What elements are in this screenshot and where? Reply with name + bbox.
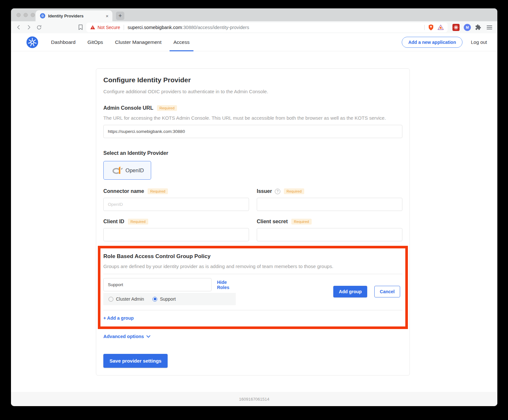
url-host: superci.somebigbank.com <box>128 25 182 30</box>
browser-window: Identity Providers × + Not Secure superc… <box>11 8 497 406</box>
divider <box>103 310 402 310</box>
bat-rewards-icon[interactable] <box>438 25 444 30</box>
close-window-button[interactable] <box>16 13 21 17</box>
nav-item-gitops[interactable]: GitOps <box>88 33 103 51</box>
radio-icon <box>109 297 113 302</box>
client-id-field: Client ID Required <box>103 219 249 241</box>
browser-menu-icon[interactable] <box>487 25 492 29</box>
chevron-down-icon <box>146 335 150 338</box>
advanced-options-label: Advanced options <box>103 334 144 339</box>
group-editor-row: Hide Roles Cluster Admin Support <box>103 278 402 305</box>
new-tab-button[interactable]: + <box>116 12 124 20</box>
page-subtitle: Configure additional ODIC providers to a… <box>103 89 402 94</box>
openid-provider-tile[interactable]: OpenID <box>103 161 151 180</box>
page-content: Configure Identity Provider Configure ad… <box>11 51 497 392</box>
nav-item-access[interactable]: Access <box>173 33 190 51</box>
reload-icon[interactable] <box>36 25 42 30</box>
client-secret-label: Client secret <box>257 219 288 225</box>
logout-button[interactable]: Log out <box>471 39 487 45</box>
rbac-section-subtitle: Groups are defined by your identity prov… <box>103 264 402 269</box>
radio-label: Cluster Admin <box>116 296 144 302</box>
client-secret-field: Client secret Required <box>257 219 402 241</box>
brave-shield-icon[interactable] <box>428 24 434 31</box>
page-title: Configure Identity Provider <box>103 76 402 84</box>
configure-identity-provider-card: Configure Identity Provider Configure ad… <box>96 68 410 375</box>
browser-tab[interactable]: Identity Providers × <box>36 10 112 21</box>
required-badge: Required <box>128 219 148 225</box>
url-path: :30880/access/identity-providers <box>182 25 249 30</box>
cancel-button[interactable]: Cancel <box>374 286 400 297</box>
openid-logo-icon <box>111 165 124 175</box>
divider <box>424 25 425 30</box>
divider <box>124 25 124 30</box>
issuer-label: Issuer <box>257 188 272 194</box>
required-badge: Required <box>148 188 168 194</box>
browser-tab-bar: Identity Providers × + <box>11 8 497 21</box>
group-name-input[interactable] <box>103 278 212 291</box>
address-bar[interactable]: Not Secure superci.somebigbank.com:30880… <box>86 23 448 32</box>
admin-console-url-label: Admin Console URL <box>103 105 153 111</box>
extension-red-icon[interactable] <box>452 24 460 31</box>
rbac-section-title: Role Based Access Control Group Policy <box>103 253 402 260</box>
nav-item-dashboard[interactable]: Dashboard <box>51 33 76 51</box>
connector-name-input[interactable] <box>103 198 249 211</box>
hide-roles-link[interactable]: Hide Roles <box>217 280 236 290</box>
divider <box>103 274 402 274</box>
footer-timestamp: 1609167061514 <box>239 397 269 402</box>
save-provider-settings-button[interactable]: Save provider settings <box>103 354 168 368</box>
required-badge: Required <box>284 188 304 194</box>
nav-item-cluster-management[interactable]: Cluster Management <box>115 33 161 51</box>
connector-name-label: Connector name <box>103 188 144 194</box>
rbac-annotation-highlight: Role Based Access Control Group Policy G… <box>98 246 408 329</box>
page-footer: 1609167061514 <box>11 392 497 406</box>
bookmark-icon[interactable] <box>78 24 83 30</box>
forward-icon[interactable] <box>26 24 32 30</box>
tab-title: Identity Providers <box>48 14 102 18</box>
connector-name-field: Connector name Required <box>103 188 249 211</box>
browser-toolbar: Not Secure superci.somebigbank.com:30880… <box>11 21 497 33</box>
close-tab-icon[interactable]: × <box>105 13 109 19</box>
extensions-puzzle-icon[interactable] <box>475 24 481 30</box>
nav-right: Add a new application Log out <box>402 37 487 48</box>
required-badge: Required <box>157 105 177 111</box>
client-id-input[interactable] <box>103 228 249 241</box>
app-nav-bar: Dashboard GitOps Cluster Management Acce… <box>11 33 497 51</box>
radio-icon <box>152 297 157 302</box>
client-secret-input[interactable] <box>257 228 402 241</box>
window-controls <box>16 13 35 17</box>
issuer-field: Issuer ? Required <box>257 188 402 211</box>
required-badge: Required <box>291 219 312 225</box>
kubernetes-favicon-icon <box>40 13 45 18</box>
add-group-button[interactable]: Add group <box>333 286 367 297</box>
advanced-options-toggle[interactable]: Advanced options <box>103 334 402 339</box>
radio-label: Support <box>160 296 176 302</box>
help-icon[interactable]: ? <box>275 189 280 194</box>
url-text: superci.somebigbank.com:30880/access/ide… <box>128 25 421 30</box>
add-new-application-button[interactable]: Add a new application <box>402 37 462 48</box>
issuer-input[interactable] <box>257 198 402 211</box>
radio-support[interactable]: Support <box>152 296 176 302</box>
nav-items: Dashboard GitOps Cluster Management Acce… <box>51 33 190 51</box>
select-identity-provider-label: Select an Identity Provider <box>103 150 402 156</box>
warning-triangle-icon <box>90 25 95 30</box>
minimize-window-button[interactable] <box>24 13 28 17</box>
profile-avatar[interactable]: M <box>464 24 471 31</box>
radio-cluster-admin[interactable]: Cluster Admin <box>109 296 144 302</box>
kubernetes-logo-icon <box>26 36 38 48</box>
maximize-window-button[interactable] <box>31 13 35 17</box>
extension-icons: M <box>452 24 492 31</box>
client-id-label: Client ID <box>103 219 124 225</box>
roles-box: Cluster Admin Support <box>103 293 236 305</box>
openid-provider-label: OpenID <box>126 167 144 174</box>
add-a-group-link[interactable]: + Add a group <box>103 315 134 321</box>
admin-console-url-help: The URL for accessing the KOTS Admin Con… <box>103 115 402 121</box>
admin-console-url-input[interactable] <box>103 125 402 138</box>
back-icon[interactable] <box>16 24 22 30</box>
not-secure-label: Not Secure <box>98 25 120 30</box>
